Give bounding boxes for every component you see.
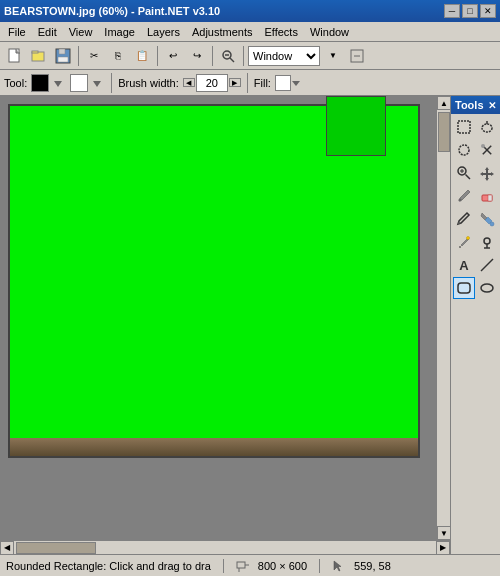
tools-panel: Tools ✕ [450, 96, 500, 554]
toolbar-sep-1 [78, 46, 79, 66]
tool-rectangle-select[interactable] [453, 116, 475, 138]
undo-button[interactable]: ↩ [162, 45, 184, 67]
tool-ellipse[interactable] [476, 277, 498, 299]
svg-point-26 [467, 237, 470, 240]
tool-lasso-select[interactable] [476, 116, 498, 138]
fill-dropdown-arrow[interactable] [292, 79, 300, 87]
hscroll-track[interactable] [14, 541, 436, 555]
tool-ellipse-select[interactable] [453, 139, 475, 161]
image-size: 800 × 600 [258, 560, 307, 572]
tools-grid: A [451, 114, 500, 301]
tool-paintbrush[interactable] [453, 185, 475, 207]
toolbar-extra[interactable] [346, 45, 368, 67]
svg-point-22 [459, 199, 462, 202]
h-scrollbar[interactable]: ◀ ▶ [0, 540, 450, 554]
canvas-container [8, 104, 420, 458]
status-bar: Rounded Rectangle: Click and drag to dra… [0, 554, 500, 576]
tool-clone-stamp[interactable] [476, 231, 498, 253]
svg-rect-11 [458, 121, 470, 133]
svg-line-7 [230, 58, 234, 62]
svg-line-19 [466, 175, 471, 180]
toolbar: ✂ ⎘ 📋 ↩ ↪ Window ▼ [0, 42, 500, 70]
options-sep-2 [247, 73, 248, 93]
zoom-out-button[interactable] [217, 45, 239, 67]
menu-file[interactable]: File [2, 24, 32, 40]
save-button[interactable] [52, 45, 74, 67]
menu-bar: File Edit View Image Layers Adjustments … [0, 22, 500, 42]
menu-window[interactable]: Window [304, 24, 355, 40]
fill-label: Fill: [254, 77, 271, 89]
svg-point-25 [490, 222, 494, 226]
back-color-selector-button[interactable] [89, 74, 105, 92]
menu-edit[interactable]: Edit [32, 24, 63, 40]
canvas-scroll-wrap: ▲ ▼ ◀ ▶ [0, 96, 450, 554]
window-dropdown[interactable]: Window [248, 46, 320, 66]
vscroll-track[interactable] [437, 110, 450, 526]
brush-width-up[interactable]: ▶ [229, 78, 241, 87]
v-scrollbar[interactable]: ▲ ▼ [436, 96, 450, 540]
menu-layers[interactable]: Layers [141, 24, 186, 40]
toolbar-sep-4 [243, 46, 244, 66]
tool-zoom[interactable] [453, 162, 475, 184]
tools-title-text: Tools [455, 99, 484, 111]
minimize-button[interactable]: ─ [444, 4, 460, 18]
redo-button[interactable]: ↪ [186, 45, 208, 67]
tool-color-picker[interactable] [453, 231, 475, 253]
cut-button[interactable]: ✂ [83, 45, 105, 67]
tool-rounded-rect[interactable] [453, 277, 475, 299]
status-divider [223, 559, 224, 573]
scroll-down-button[interactable]: ▼ [437, 526, 450, 540]
tools-title: Tools ✕ [451, 96, 500, 114]
svg-rect-5 [58, 57, 68, 62]
paste-button[interactable]: 📋 [131, 45, 153, 67]
svg-rect-2 [32, 51, 38, 53]
tool-pan[interactable] [476, 162, 498, 184]
cursor-icon [332, 559, 346, 573]
canvas-area[interactable] [0, 96, 436, 540]
cursor-coords: 559, 58 [354, 560, 391, 572]
new-button[interactable] [4, 45, 26, 67]
tool-pencil[interactable] [453, 208, 475, 230]
menu-adjustments[interactable]: Adjustments [186, 24, 259, 40]
vscroll-thumb[interactable] [438, 112, 450, 152]
text-icon: A [459, 258, 468, 273]
toolbar-sep-3 [212, 46, 213, 66]
close-button[interactable]: ✕ [480, 4, 496, 18]
brush-width-input[interactable] [196, 74, 228, 92]
tool-text[interactable]: A [453, 254, 475, 276]
options-sep-1 [111, 73, 112, 93]
title-bar: BEARSTOWN.jpg (60%) - Paint.NET v3.10 ─ … [0, 0, 500, 22]
menu-view[interactable]: View [63, 24, 99, 40]
window-controls: ─ □ ✕ [444, 4, 496, 18]
scroll-up-button[interactable]: ▲ [437, 96, 450, 110]
svg-rect-4 [59, 49, 65, 54]
tool-fill[interactable] [476, 208, 498, 230]
hscroll-thumb[interactable] [16, 542, 96, 554]
tool-label: Tool: [4, 77, 27, 89]
scroll-right-button[interactable]: ▶ [436, 541, 450, 555]
status-text: Rounded Rectangle: Click and drag to dra [6, 560, 211, 572]
svg-rect-31 [237, 562, 245, 568]
menu-effects[interactable]: Effects [259, 24, 304, 40]
svg-rect-29 [458, 283, 470, 293]
menu-image[interactable]: Image [98, 24, 141, 40]
tool-magic-wand[interactable] [476, 139, 498, 161]
toolbar-arrow[interactable]: ▼ [322, 45, 344, 67]
foreground-color-swatch[interactable] [31, 74, 49, 92]
color-selector-button[interactable] [50, 74, 66, 92]
canvas-image[interactable] [10, 106, 418, 456]
svg-line-28 [481, 259, 493, 271]
brush-width-label: Brush width: [118, 77, 179, 89]
svg-point-12 [482, 124, 492, 132]
scroll-left-button[interactable]: ◀ [0, 541, 14, 555]
svg-point-30 [481, 284, 493, 292]
background-color-swatch[interactable] [70, 74, 88, 92]
copy-button[interactable]: ⎘ [107, 45, 129, 67]
size-icon [236, 559, 250, 573]
brush-width-down[interactable]: ◀ [183, 78, 195, 87]
tool-eraser[interactable] [476, 185, 498, 207]
tool-line[interactable] [476, 254, 498, 276]
open-button[interactable] [28, 45, 50, 67]
tools-close-button[interactable]: ✕ [488, 100, 496, 111]
maximize-button[interactable]: □ [462, 4, 478, 18]
